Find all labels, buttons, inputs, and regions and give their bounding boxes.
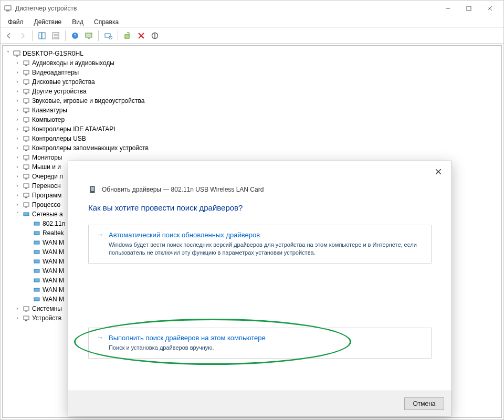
expand-icon[interactable]: › [14, 68, 20, 77]
option-title: Выполнить поиск драйверов на этом компью… [109, 334, 266, 342]
svg-rect-68 [24, 316, 29, 320]
expand-icon[interactable]: › [14, 124, 20, 134]
svg-rect-34 [24, 108, 29, 112]
svg-rect-66 [24, 307, 29, 310]
menu-file[interactable]: Файл [3, 17, 29, 27]
tree-item-label: Процессо [32, 200, 60, 209]
tree-item[interactable]: ›Звуковые, игровые и видеоустройства [5, 96, 499, 106]
svg-rect-47 [25, 169, 27, 170]
expand-icon[interactable]: › [14, 162, 20, 172]
back-button[interactable] [3, 29, 15, 42]
device-category-icon [22, 97, 30, 105]
tree-item[interactable]: ›Клавиатуры [5, 106, 499, 115]
tree-item-label: Аудиовходы и аудиовыходы [32, 58, 114, 68]
tree-root-label: DESKTOP-G1SR0HL [23, 49, 83, 58]
tree-item[interactable]: ›Контроллеры USB [5, 134, 499, 143]
expand-icon[interactable]: › [14, 172, 20, 181]
expand-icon[interactable]: › [14, 200, 20, 209]
show-hide-tree-button[interactable] [36, 29, 48, 42]
tree-item-label: WAN M [43, 276, 64, 285]
option-auto-search[interactable]: → Автоматический поиск обновленных драйв… [88, 225, 432, 264]
menu-action[interactable]: Действие [29, 17, 67, 27]
device-category-icon [33, 229, 41, 237]
tree-root[interactable]: ˅ DESKTOP-G1SR0HL [5, 49, 499, 58]
svg-rect-57 [34, 222, 39, 225]
device-icon [88, 185, 97, 194]
svg-rect-64 [34, 288, 39, 291]
expand-icon[interactable]: › [14, 134, 20, 143]
svg-rect-3 [467, 6, 471, 10]
expand-icon[interactable]: › [14, 313, 20, 323]
minimize-button[interactable] [437, 1, 458, 16]
menu-view[interactable]: Вид [67, 17, 89, 27]
expand-icon[interactable]: › [14, 191, 20, 200]
expand-icon[interactable]: › [14, 181, 20, 191]
expand-icon[interactable]: › [14, 96, 20, 106]
svg-rect-1 [6, 10, 9, 12]
dialog-breadcrumb: Обновить драйверы — 802.11n USB Wireless… [68, 182, 452, 194]
toolbar-separator [32, 30, 33, 41]
device-category-icon [33, 295, 41, 303]
tree-item[interactable]: ›Дисковые устройства [5, 77, 499, 87]
tree-item[interactable]: ›Контроллеры IDE ATA/ATAPI [5, 124, 499, 134]
properties-button[interactable] [49, 29, 62, 42]
device-category-icon [22, 106, 30, 114]
tree-item-label: WAN M [43, 257, 64, 266]
window-controls [437, 1, 500, 16]
svg-rect-36 [24, 118, 29, 121]
tree-item[interactable]: ›Контроллеры запоминающих устройств [5, 143, 499, 153]
tree-item[interactable]: ›Видеоадаптеры [5, 68, 499, 77]
menubar: Файл Действие Вид Справка [1, 16, 503, 28]
expand-icon[interactable]: › [14, 77, 20, 87]
svg-rect-22 [14, 51, 20, 55]
expand-icon[interactable]: › [14, 106, 20, 115]
svg-rect-38 [24, 127, 29, 131]
computer-icon [13, 49, 21, 58]
expand-icon[interactable]: › [14, 87, 20, 96]
device-category-icon [22, 314, 30, 322]
tree-item-label: Сетевые а [32, 209, 63, 219]
expand-icon[interactable]: › [14, 58, 20, 68]
menu-help[interactable]: Справка [89, 17, 124, 27]
cancel-button[interactable]: Отмена [404, 397, 444, 410]
tree-item-label: Мониторы [32, 153, 62, 162]
tree-item-label: WAN M [43, 285, 64, 295]
uninstall-button[interactable] [135, 29, 148, 42]
device-category-icon [22, 87, 30, 96]
svg-rect-23 [16, 56, 18, 57]
disable-button[interactable] [149, 29, 161, 42]
expand-icon[interactable]: › [14, 115, 20, 124]
collapse-icon[interactable]: ˅ [14, 209, 20, 219]
scan-hardware-button[interactable] [102, 29, 114, 42]
expand-icon[interactable]: › [14, 143, 20, 153]
collapse-icon[interactable]: ˅ [5, 49, 11, 58]
device-manager-window: Диспетчер устройств Файл Действие Вид Сп… [0, 0, 504, 420]
device-category-icon [22, 191, 30, 200]
tree-item-label: WAN M [43, 295, 64, 304]
tree-item[interactable]: ›Компьютер [5, 115, 499, 124]
maximize-button[interactable] [458, 1, 479, 16]
tree-item[interactable]: ›Аудиовходы и аудиовыходы [5, 58, 499, 68]
expand-icon[interactable]: › [14, 153, 20, 162]
action-icon[interactable] [82, 29, 95, 42]
forward-button[interactable] [16, 29, 29, 42]
tree-item-label: 802.11n [43, 219, 65, 228]
tree-item-label: Звуковые, игровые и видеоустройства [32, 96, 144, 106]
help-button[interactable]: ? [69, 29, 81, 42]
svg-rect-69 [25, 320, 27, 321]
expand-icon[interactable]: › [14, 304, 20, 313]
device-category-icon [22, 163, 30, 171]
network-adapter-icon [22, 210, 30, 218]
update-driver-button[interactable] [121, 29, 134, 42]
tree-item-label: WAN M [43, 238, 64, 247]
dialog-close-button[interactable] [430, 164, 446, 180]
svg-rect-7 [42, 33, 45, 39]
close-button[interactable] [479, 1, 500, 16]
option-browse-computer[interactable]: → Выполнить поиск драйверов на этом комп… [88, 328, 432, 359]
svg-rect-48 [24, 174, 29, 178]
svg-rect-25 [25, 65, 27, 66]
tree-item-label: Дисковые устройства [32, 77, 95, 87]
svg-rect-31 [25, 93, 27, 94]
tree-item-label: Переносн [32, 181, 61, 191]
tree-item[interactable]: ›Другие устройства [5, 87, 499, 96]
